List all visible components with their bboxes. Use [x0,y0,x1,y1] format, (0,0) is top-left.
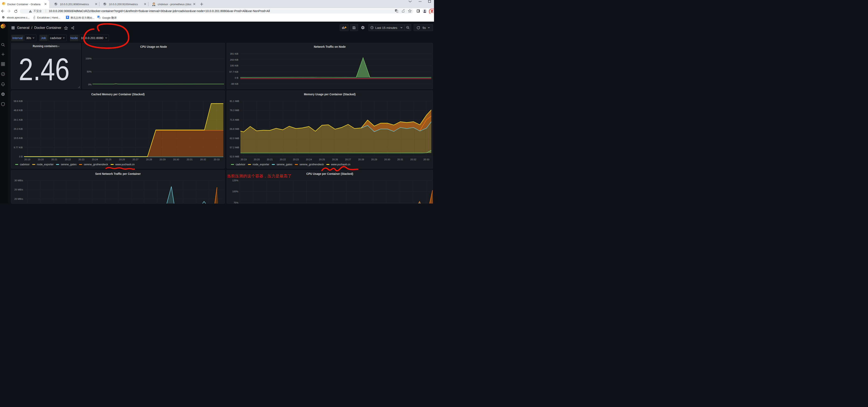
svg-text:文: 文 [99,17,100,19]
svg-text:文: 文 [397,11,398,13]
